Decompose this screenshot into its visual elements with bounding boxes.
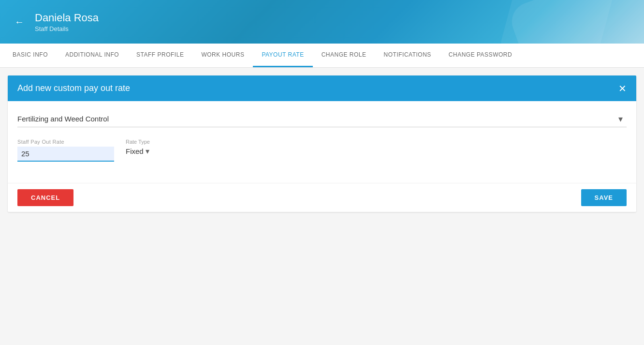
card-body: Fertilizing and Weed Control Lawn Mowing… <box>8 101 636 183</box>
close-button[interactable]: ✕ <box>618 84 627 93</box>
header-text: Daniela Rosa Staff Details <box>35 12 99 32</box>
page-header: ← Daniela Rosa Staff Details <box>0 0 644 44</box>
tab-notifications[interactable]: NOTIFICATIONS <box>375 44 440 67</box>
fields-row: Staff Pay Out Rate Rate Type Fixed Fixed… <box>17 139 627 162</box>
service-select-wrapper: Fertilizing and Weed Control Lawn Mowing… <box>17 111 627 127</box>
save-button[interactable]: SAVE <box>581 189 627 206</box>
card-title: Add new custom pay out rate <box>17 83 130 93</box>
tab-basic-info[interactable]: BASIC INFO <box>4 44 57 67</box>
staff-pay-out-rate-label: Staff Pay Out Rate <box>17 139 114 145</box>
tab-change-role[interactable]: CHANGE ROLE <box>313 44 375 67</box>
tab-work-hours[interactable]: WORK HOURS <box>192 44 253 67</box>
card-footer: CANCEL SAVE <box>8 183 636 212</box>
card-header: Add new custom pay out rate ✕ <box>8 75 636 101</box>
main-content: Add new custom pay out rate ✕ Fertilizin… <box>0 68 644 345</box>
tab-change-password[interactable]: CHANGE PASSWORD <box>440 44 521 67</box>
rate-type-label: Rate Type <box>126 139 150 145</box>
payout-rate-card: Add new custom pay out rate ✕ Fertilizin… <box>8 75 636 212</box>
staff-pay-out-rate-group: Staff Pay Out Rate <box>17 139 114 162</box>
back-button[interactable]: ← <box>12 14 27 30</box>
tab-additional-info[interactable]: ADDITIONAL INFO <box>57 44 128 67</box>
rate-type-group: Rate Type Fixed Fixed Hourly Percentage … <box>126 139 150 156</box>
tabs-bar: BASIC INFO ADDITIONAL INFO STAFF PROFILE… <box>0 44 644 68</box>
staff-name: Daniela Rosa <box>35 12 99 24</box>
tab-payout-rate[interactable]: PAYOUT RATE <box>253 44 312 67</box>
cancel-button[interactable]: CANCEL <box>17 189 73 206</box>
rate-type-select-wrap: Fixed Fixed Hourly Percentage ▾ <box>126 147 150 156</box>
tab-staff-profile[interactable]: STAFF PROFILE <box>128 44 192 67</box>
service-dropdown[interactable]: Fertilizing and Weed Control Lawn Mowing… <box>17 111 627 127</box>
page-subtitle: Staff Details <box>35 25 99 32</box>
staff-pay-out-rate-input[interactable] <box>17 147 114 162</box>
